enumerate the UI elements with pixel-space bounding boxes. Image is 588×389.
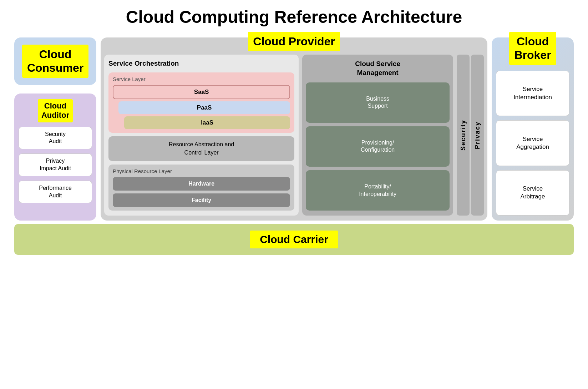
cloud-consumer-box: Cloud Consumer: [14, 37, 96, 85]
csm-title: Cloud ServiceManagement: [306, 60, 450, 77]
cloud-broker-box: Cloud Broker ServiceIntermediation Servi…: [492, 37, 574, 221]
cloud-provider-box: Cloud Provider Service Orchestration Ser…: [101, 37, 487, 221]
security-text: Security: [460, 120, 467, 151]
top-row: Cloud Consumer Cloud Auditor SecurityAud…: [14, 37, 574, 221]
physical-resource-label: Physical Resource Layer: [113, 168, 290, 174]
service-layer-label: Service Layer: [113, 76, 290, 82]
diagram-area: Cloud Consumer Cloud Auditor SecurityAud…: [14, 37, 574, 255]
privacy-text: Privacy: [474, 121, 481, 149]
provider-header: Cloud Provider: [104, 32, 484, 51]
business-support-item: BusinessSupport: [306, 82, 450, 123]
csm-items: BusinessSupport Provisioning/Configurati…: [306, 82, 450, 211]
service-layer-box: Service Layer SaaS PaaS IaaS: [108, 72, 294, 133]
cloud-service-management: Cloud ServiceManagement BusinessSupport …: [302, 55, 453, 216]
cloud-auditor-label: Cloud Auditor: [38, 99, 73, 122]
cloud-provider-label: Cloud Provider: [248, 32, 340, 51]
physical-resource-layer: Physical Resource Layer Hardware Facilit…: [108, 165, 294, 211]
cloud-carrier-bar: Cloud Carrier: [14, 224, 574, 255]
broker-header: Cloud Broker: [509, 32, 556, 65]
paas-box: PaaS: [118, 101, 290, 114]
saas-box: SaaS: [113, 85, 290, 99]
security-label: Security: [457, 55, 470, 216]
portability-interop-item: Portability/Interoperability: [306, 170, 450, 211]
privacy-impact-audit-item: PrivacyImpact Audit: [19, 153, 92, 176]
service-intermediation-item: ServiceIntermediation: [496, 71, 569, 116]
page-title: Cloud Computing Reference Architecture: [126, 7, 462, 27]
vertical-labels: Security Privacy: [457, 55, 484, 216]
service-aggregation-item: ServiceAggregation: [496, 120, 569, 166]
broker-items: ServiceIntermediation ServiceAggregation…: [496, 71, 569, 216]
service-arbitrage-item: ServiceArbitrage: [496, 170, 569, 216]
provider-inner: Service Orchestration Service Layer SaaS…: [104, 55, 484, 216]
iaas-box: IaaS: [124, 116, 290, 129]
cloud-carrier-label: Cloud Carrier: [250, 231, 338, 248]
provisioning-config-item: Provisioning/Configuration: [306, 126, 450, 167]
service-orchestration: Service Orchestration Service Layer SaaS…: [104, 55, 299, 216]
left-column: Cloud Consumer Cloud Auditor SecurityAud…: [14, 37, 96, 221]
resource-abstraction-layer: Resource Abstraction andControl Layer: [108, 136, 294, 161]
privacy-label: Privacy: [471, 55, 484, 216]
facility-box: Facility: [113, 193, 290, 207]
hardware-box: Hardware: [113, 177, 290, 191]
security-audit-item: SecurityAudit: [19, 127, 92, 150]
cloud-broker-label: Cloud Broker: [509, 32, 556, 65]
service-orchestration-title: Service Orchestration: [108, 60, 294, 67]
cloud-auditor-box: Cloud Auditor SecurityAudit PrivacyImpac…: [14, 94, 96, 221]
cloud-consumer-label: Cloud Consumer: [22, 45, 88, 78]
performance-audit-item: PerformanceAudit: [19, 181, 92, 203]
